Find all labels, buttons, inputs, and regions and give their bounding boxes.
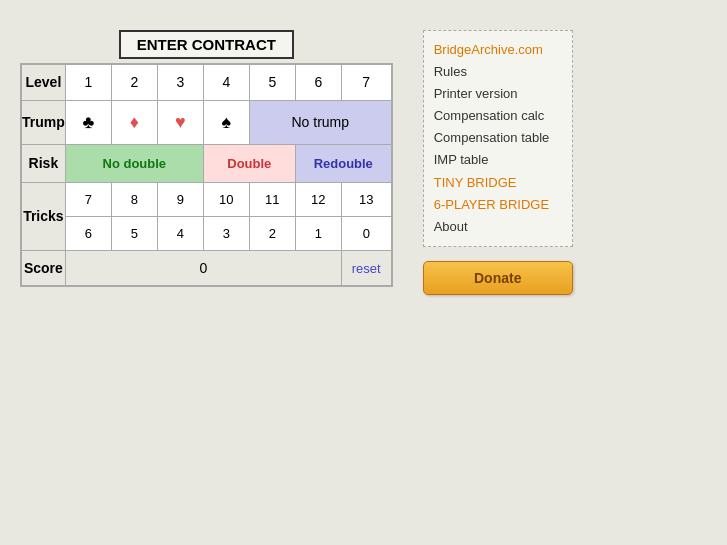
level-4[interactable]: 4 bbox=[203, 64, 249, 100]
score-label: Score bbox=[21, 250, 65, 286]
reset-button[interactable]: reset bbox=[346, 261, 387, 276]
tricks-13[interactable]: 13 bbox=[341, 182, 391, 216]
trump-row: Trump ♣ ♦ ♥ ♠ No trump bbox=[21, 100, 392, 144]
tricks-12[interactable]: 12 bbox=[295, 182, 341, 216]
tricks-11[interactable]: 11 bbox=[249, 182, 295, 216]
level-5[interactable]: 5 bbox=[249, 64, 295, 100]
sidebar-tiny-bridge[interactable]: TINY BRIDGE bbox=[434, 172, 562, 194]
trump-spades[interactable]: ♠ bbox=[203, 100, 249, 144]
sidebar-imp-table[interactable]: IMP table bbox=[434, 149, 562, 171]
tricks-0[interactable]: 0 bbox=[341, 216, 391, 250]
tricks-1[interactable]: 1 bbox=[295, 216, 341, 250]
hearts-icon: ♥ bbox=[175, 112, 186, 132]
risk-redouble[interactable]: Redouble bbox=[295, 144, 391, 182]
tricks-4[interactable]: 4 bbox=[157, 216, 203, 250]
sidebar-6player-bridge[interactable]: 6-PLAYER BRIDGE bbox=[434, 194, 562, 216]
sidebar-comp-table[interactable]: Compensation table bbox=[434, 127, 562, 149]
sidebar: BridgeArchive.com Rules Printer version … bbox=[413, 30, 573, 295]
trump-hearts[interactable]: ♥ bbox=[157, 100, 203, 144]
sidebar-about[interactable]: About bbox=[434, 216, 562, 238]
tricks-9[interactable]: 9 bbox=[157, 182, 203, 216]
risk-label: Risk bbox=[21, 144, 65, 182]
level-row: Level 1 2 3 4 5 6 7 bbox=[21, 64, 392, 100]
sidebar-printer[interactable]: Printer version bbox=[434, 83, 562, 105]
risk-no-double[interactable]: No double bbox=[65, 144, 203, 182]
trump-notrump[interactable]: No trump bbox=[249, 100, 391, 144]
sidebar-box: BridgeArchive.com Rules Printer version … bbox=[423, 30, 573, 247]
main-layout: ENTER CONTRACT Level 1 2 3 4 5 6 7 Trump… bbox=[20, 20, 707, 295]
donate-button[interactable]: Donate bbox=[423, 261, 573, 295]
tricks-7[interactable]: 7 bbox=[65, 182, 111, 216]
trump-clubs[interactable]: ♣ bbox=[65, 100, 111, 144]
tricks-3[interactable]: 3 bbox=[203, 216, 249, 250]
tricks-top-row: Tricks 7 8 9 10 11 12 13 bbox=[21, 182, 392, 216]
tricks-8[interactable]: 8 bbox=[111, 182, 157, 216]
trump-label: Trump bbox=[21, 100, 65, 144]
reset-cell: reset bbox=[341, 250, 391, 286]
level-6[interactable]: 6 bbox=[295, 64, 341, 100]
risk-double[interactable]: Double bbox=[203, 144, 295, 182]
level-3[interactable]: 3 bbox=[157, 64, 203, 100]
level-2[interactable]: 2 bbox=[111, 64, 157, 100]
tricks-5[interactable]: 5 bbox=[111, 216, 157, 250]
spades-icon: ♠ bbox=[222, 112, 232, 132]
tricks-2[interactable]: 2 bbox=[249, 216, 295, 250]
contract-table: Level 1 2 3 4 5 6 7 Trump ♣ ♦ ♥ ♠ No tru… bbox=[20, 63, 393, 287]
diamonds-icon: ♦ bbox=[130, 112, 139, 132]
sidebar-comp-calc[interactable]: Compensation calc bbox=[434, 105, 562, 127]
level-7[interactable]: 7 bbox=[341, 64, 391, 100]
score-value: 0 bbox=[65, 250, 341, 286]
score-row: Score 0 reset bbox=[21, 250, 392, 286]
trump-diamonds[interactable]: ♦ bbox=[111, 100, 157, 144]
risk-row: Risk No double Double Redouble bbox=[21, 144, 392, 182]
level-1[interactable]: 1 bbox=[65, 64, 111, 100]
contract-title: ENTER CONTRACT bbox=[119, 30, 294, 59]
level-label: Level bbox=[21, 64, 65, 100]
tricks-10[interactable]: 10 bbox=[203, 182, 249, 216]
sidebar-site-link[interactable]: BridgeArchive.com bbox=[434, 39, 562, 61]
tricks-6[interactable]: 6 bbox=[65, 216, 111, 250]
clubs-icon: ♣ bbox=[82, 112, 94, 132]
tricks-bot-row: 6 5 4 3 2 1 0 bbox=[21, 216, 392, 250]
tricks-label: Tricks bbox=[21, 182, 65, 250]
contract-section: ENTER CONTRACT Level 1 2 3 4 5 6 7 Trump… bbox=[20, 30, 393, 295]
sidebar-rules[interactable]: Rules bbox=[434, 61, 562, 83]
